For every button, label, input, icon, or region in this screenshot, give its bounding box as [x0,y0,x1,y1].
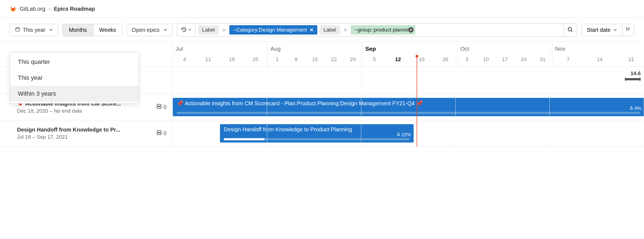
close-icon[interactable] [408,27,414,33]
timeline-day-label: 25 [244,54,267,66]
filter-bar: Label = ~Category:Design Management Labe… [177,23,577,36]
date-range-dropdown[interactable]: This year [10,24,58,36]
granularity-weeks[interactable]: Weeks [93,24,122,36]
chevron-down-icon [163,27,167,33]
milestone-label: 14.6 [625,70,641,76]
sort-control: Start date [581,24,634,36]
timeline-day-label: 19 [410,54,434,66]
timeline-day-label: 18 [220,54,244,66]
timeline-day-label: 14 [584,54,615,66]
filter-search-button[interactable] [563,24,577,36]
filter-token-value[interactable]: ~Category:Design Management [229,25,317,35]
breadcrumb-org[interactable]: GitLab.org [20,6,45,12]
timeline-day-label: 4 [173,54,196,66]
svg-rect-3 [157,107,161,108]
chevron-down-icon [49,27,53,33]
milestone-bar-icon [625,78,641,80]
epic-child-count-value: 0 [163,104,166,110]
filter-token-key[interactable]: Label [198,25,219,35]
timeline-day-label: 10 [476,54,495,66]
granularity-months[interactable]: Months [63,24,93,36]
filter-token-op: = [342,27,349,33]
epic-sidebar-cell[interactable]: Design Handoff from Knowledge to Pr... J… [0,120,173,146]
epic-bar-title: 📌 Actionable insights from CM Scorecard … [177,100,640,107]
date-range-option[interactable]: This year [10,70,139,86]
svg-point-7 [398,133,399,133]
timeline-days-row: 310172431 [457,54,552,66]
timeline-month-column: Sep5121926 [363,42,457,66]
timeline-month-label: Oct [457,42,552,54]
filter-history-button[interactable] [177,24,196,36]
timeline-day-label: 7 [552,54,584,66]
date-range-menu: This quarter This year Within 3 years [10,52,139,104]
timeline-day-label: 11 [196,54,220,66]
epic-progress-track [224,138,410,140]
chevron-down-icon [188,28,191,32]
timeline-months: Jul4111825Aug18152229Sep5121926Oct310172… [173,42,644,66]
milestone-marker[interactable]: 14.6 [625,70,641,80]
timeline-day-label: 8 [287,54,306,66]
timeline-day-label: 22 [324,54,343,66]
breadcrumb-separator: › [49,6,50,12]
chevron-down-icon [613,27,617,33]
history-icon [181,27,187,33]
timeline-days-row: 71421 [552,54,644,66]
epic-timeline-bar[interactable]: Design Handoff from Knowledge to Product… [220,124,414,143]
svg-rect-2 [157,104,161,106]
epic-lane: 📌 Actionable insights from CM Scorecard … [173,94,644,120]
timeline-day-label: 1 [268,54,287,66]
epic-timeline-bar[interactable]: 📌 Actionable insights from CM Scorecard … [173,98,644,116]
timeline-day-label: 17 [495,54,514,66]
today-dot-icon [416,55,418,58]
timeline-month-label: Nov [552,42,644,54]
breadcrumb-current: Epics Roadmap [54,6,95,12]
toolbar: This year Months Weeks Open epics Label … [0,18,644,42]
date-range-option[interactable]: Within 3 years [10,86,139,102]
close-icon[interactable] [310,28,313,32]
epic-state-label: Open epics [132,27,160,33]
timeline-month-column: Jul4111825 [173,42,268,66]
svg-rect-6 [157,133,161,135]
timeline-month-label: Aug [268,42,362,54]
breadcrumb: GitLab.org › Epics Roadmap [0,0,644,18]
timeline-month-label: Sep [363,42,457,54]
svg-point-1 [568,27,572,31]
timeline-month-label: Jul [173,42,267,54]
timeline-day-label: 15 [306,54,324,66]
date-range-option[interactable]: This quarter [10,54,139,70]
epic-lane: Design Handoff from Knowledge to Product… [173,120,644,146]
epic-icon [156,104,162,110]
weight-icon [397,132,400,138]
svg-rect-5 [157,131,161,132]
sort-ascending-icon [626,27,631,33]
timeline-day-label: 24 [514,54,533,66]
epic-progress-fill [224,138,265,140]
epic-weight-label: 22% [397,132,411,138]
filter-token-value-text: ~group::product planning [355,27,413,33]
timeline-day-label: 21 [615,54,644,66]
calendar-icon [15,27,20,33]
epic-state-dropdown[interactable]: Open epics [127,24,173,36]
timeline-day-label: 5 [363,54,386,66]
epic-date-range: Jul 18 – Sep 17, 2021 [17,134,152,140]
epic-date-range: Dec 18, 2020 – No end date [17,108,152,114]
filter-token-value[interactable]: ~group::product planning [351,25,415,35]
svg-rect-0 [16,28,19,31]
epic-bar-title: Design Handoff from Knowledge to Product… [224,126,410,133]
timeline-month-column: Aug18152229 [268,42,363,66]
timeline-month-column: Nov71421 [552,42,644,66]
epic-icon [156,130,162,137]
filter-token-key[interactable]: Label [320,25,340,35]
sort-direction-button[interactable] [622,24,634,36]
epic-child-count[interactable]: 0 [156,130,166,137]
date-range-label: This year [23,27,45,33]
epic-child-count[interactable]: 0 [156,104,166,110]
filter-token-op: = [221,27,227,33]
gitlab-logo-icon [10,5,16,12]
timeline-days-row: 5121926 [363,54,457,66]
filter-token-value-text: ~Category:Design Management [233,27,307,33]
sort-field-dropdown[interactable]: Start date [581,24,622,36]
filter-tokens[interactable]: Label = ~Category:Design Management Labe… [196,24,564,36]
timeline-day-label: 3 [457,54,476,66]
svg-point-4 [631,106,632,107]
